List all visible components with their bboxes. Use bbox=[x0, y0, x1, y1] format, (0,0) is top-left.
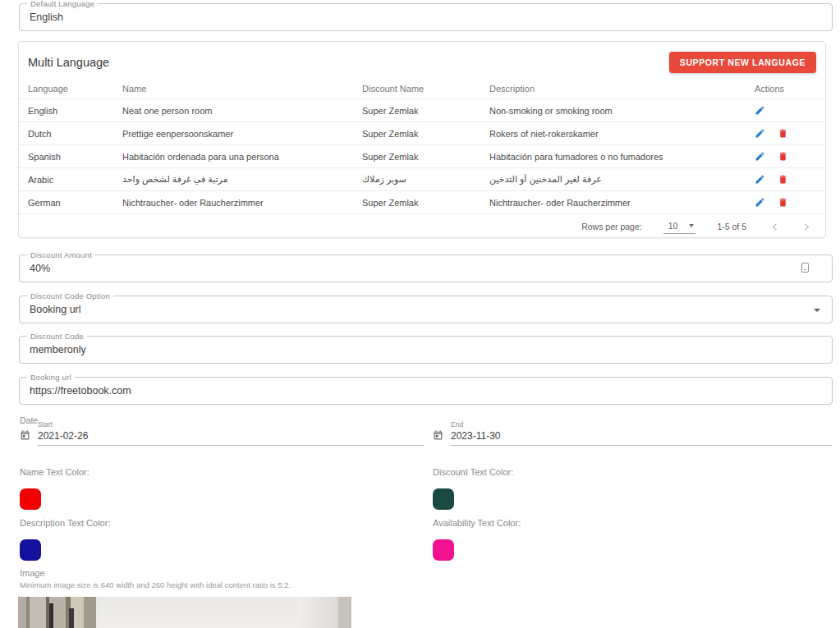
discount-text-color-swatch[interactable] bbox=[433, 488, 454, 510]
discount-code-label: Discount Code bbox=[27, 332, 87, 341]
previous-page-icon[interactable] bbox=[768, 220, 782, 234]
image-lamp bbox=[69, 608, 74, 628]
edit-icon[interactable] bbox=[755, 197, 766, 209]
delete-icon[interactable] bbox=[778, 151, 789, 163]
availability-text-color-label: Availability Text Color: bbox=[433, 518, 521, 528]
multi-language-title: Multi Language bbox=[28, 56, 109, 69]
image-left-panels bbox=[18, 597, 96, 628]
table-row: German Nichtraucher- oder Raucherzimmer … bbox=[19, 190, 825, 213]
discount-code-option-value: Booking url bbox=[30, 304, 81, 315]
default-language-label: Default Language bbox=[27, 0, 98, 8]
rows-per-page-select[interactable]: 10 bbox=[663, 219, 696, 234]
availability-text-color-group: Availability Text Color: bbox=[433, 518, 521, 561]
room-image-preview[interactable] bbox=[18, 597, 351, 628]
booking-url-label: Booking url bbox=[27, 373, 75, 382]
delete-icon[interactable] bbox=[778, 174, 789, 186]
name-text-color-label: Name Text Color: bbox=[20, 467, 90, 477]
start-date-input[interactable]: Start 2021-02-26 bbox=[20, 423, 425, 446]
discount-code-value: memberonly bbox=[30, 344, 86, 355]
image-right-column bbox=[297, 597, 338, 628]
calendar-icon[interactable] bbox=[433, 429, 443, 446]
table-row: English Neat one person room Super Zemla… bbox=[19, 99, 825, 121]
edit-icon[interactable] bbox=[755, 105, 766, 117]
calendar-icon[interactable] bbox=[20, 429, 30, 446]
cell-language: English bbox=[28, 106, 122, 116]
rows-per-page-value: 10 bbox=[668, 221, 678, 231]
table-row: Spanish Habitación ordenada para una per… bbox=[19, 144, 825, 167]
rows-per-page-label: Rows per page: bbox=[581, 222, 642, 231]
pagination-range: 1-5 of 5 bbox=[717, 222, 746, 231]
cell-description: Rokers of niet-rokerskamer bbox=[489, 129, 740, 139]
cell-name: Nichtraucher- oder Raucherzimmer bbox=[122, 198, 362, 208]
image-ceiling bbox=[96, 597, 302, 628]
cell-name: Neat one person room bbox=[122, 106, 362, 116]
chevron-down-icon bbox=[689, 224, 694, 227]
support-new-language-button[interactable]: SUPPORT NEW LANGUAGE bbox=[669, 52, 816, 73]
availability-text-color-swatch[interactable] bbox=[433, 539, 454, 561]
column-header-description: Description bbox=[489, 84, 740, 94]
discount-code-option-select[interactable]: Discount Code Option Booking url bbox=[19, 296, 833, 323]
column-header-discount-name: Discount Name bbox=[362, 84, 489, 94]
end-date-label: End bbox=[451, 420, 832, 429]
cell-discount-name: Super Zemlak bbox=[362, 198, 489, 208]
delete-icon[interactable] bbox=[778, 197, 789, 209]
start-date-label: Start bbox=[38, 420, 425, 429]
discount-settings-page: Default Language English Multi Language … bbox=[0, 0, 840, 628]
column-header-name: Name bbox=[122, 84, 362, 94]
name-text-color-swatch[interactable] bbox=[20, 488, 41, 510]
edit-icon[interactable] bbox=[755, 128, 766, 140]
delete-icon[interactable] bbox=[778, 128, 789, 140]
end-date-value: 2023-11-30 bbox=[451, 430, 832, 442]
name-text-color-group: Name Text Color: bbox=[20, 467, 90, 510]
image-right-edge bbox=[338, 597, 351, 628]
cell-discount-name: سوبر زملاك bbox=[362, 174, 489, 185]
table-header-row: Language Name Discount Name Description … bbox=[19, 79, 825, 99]
cell-description: غرفة لغير المدخنين أو التدخين bbox=[489, 174, 740, 185]
cell-language: Arabic bbox=[28, 175, 122, 185]
start-date-value: 2021-02-26 bbox=[38, 430, 425, 442]
table-pagination: Rows per page: 10 1-5 of 5 bbox=[19, 213, 825, 239]
next-page-icon[interactable] bbox=[800, 220, 814, 234]
table-row: Arabic مرتبة في غرفة لشخص واحد سوبر زملا… bbox=[19, 167, 825, 190]
end-date-input[interactable]: End 2023-11-30 bbox=[433, 423, 832, 446]
column-header-actions: Actions bbox=[740, 84, 816, 94]
cell-language: Spanish bbox=[28, 152, 122, 162]
discount-amount-field[interactable]: Discount Amount 40% bbox=[19, 254, 833, 282]
chevron-down-icon bbox=[814, 309, 820, 312]
column-header-language: Language bbox=[28, 84, 122, 94]
discount-code-field[interactable]: Discount Code memberonly bbox=[19, 336, 833, 364]
cell-discount-name: Super Zemlak bbox=[362, 129, 489, 139]
cell-name: Habitación ordenada para una persona bbox=[122, 152, 362, 162]
cell-description: Non-smoking or smoking room bbox=[489, 106, 740, 116]
cell-description: Nichtraucher- oder Raucherzimmer bbox=[489, 198, 740, 208]
image-lamp bbox=[49, 603, 53, 628]
cell-discount-name: Super Zemlak bbox=[362, 152, 489, 162]
discount-text-color-group: Discount Text Color: bbox=[433, 467, 513, 510]
booking-url-field[interactable]: Booking url https://freetobook.com bbox=[19, 377, 833, 405]
discount-text-color-label: Discount Text Color: bbox=[433, 467, 513, 477]
cell-discount-name: Super Zemlak bbox=[362, 106, 489, 116]
cell-name: مرتبة في غرفة لشخص واحد bbox=[122, 174, 362, 185]
cell-description: Habitación para fumadores o no fumadores bbox=[489, 152, 740, 162]
discount-amount-label: Discount Amount bbox=[27, 250, 95, 259]
cell-name: Prettige eenpersoonskamer bbox=[122, 129, 362, 139]
multi-language-card: Multi Language SUPPORT NEW LANGUAGE Lang… bbox=[18, 41, 826, 238]
field-adornment-icon[interactable] bbox=[801, 261, 809, 276]
description-text-color-label: Description Text Color: bbox=[20, 518, 110, 528]
edit-icon[interactable] bbox=[755, 174, 766, 186]
default-language-field[interactable]: Default Language English bbox=[19, 3, 833, 31]
image-section-label: Image bbox=[20, 568, 45, 578]
discount-amount-value: 40% bbox=[30, 263, 50, 274]
table-row: Dutch Prettige eenpersoonskamer Super Ze… bbox=[19, 121, 825, 144]
description-text-color-group: Description Text Color: bbox=[20, 518, 110, 561]
multi-language-header: Multi Language SUPPORT NEW LANGUAGE bbox=[19, 42, 825, 79]
booking-url-value: https://freetobook.com bbox=[30, 385, 131, 397]
cell-language: German bbox=[28, 198, 122, 208]
description-text-color-swatch[interactable] bbox=[20, 539, 41, 561]
edit-icon[interactable] bbox=[755, 151, 766, 163]
discount-code-option-label: Discount Code Option bbox=[27, 291, 113, 300]
default-language-value: English bbox=[30, 11, 63, 23]
image-size-hint: Minimum image size is 640 width and 260 … bbox=[20, 580, 291, 589]
cell-language: Dutch bbox=[28, 129, 122, 139]
